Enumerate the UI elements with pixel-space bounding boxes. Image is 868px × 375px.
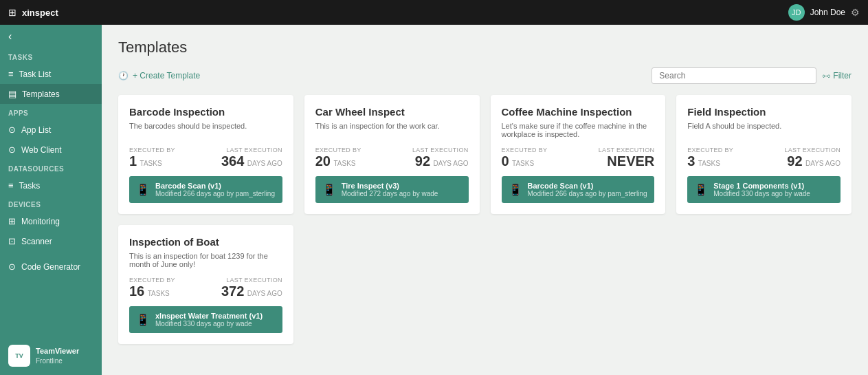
template-card-car-wheel-inspect[interactable]: Car Wheel Inspect This is an inspection … [304, 95, 480, 214]
executed-by-value: 0 TASKS [502, 153, 548, 169]
last-exec-stat: LAST EXECUTION 364 DAYS AGO [221, 147, 282, 169]
list-icon: ≡ [8, 69, 14, 79]
sidebar-item-monitoring[interactable]: ⊞ Monitoring [0, 211, 102, 231]
card-task-info: Stage 1 Components (v1) Modified 330 day… [713, 182, 810, 197]
sidebar-item-code-generator[interactable]: ⊙ Code Generator [0, 257, 102, 277]
sidebar-item-label: Tasks [19, 181, 41, 191]
create-icon: 🕐 [118, 71, 129, 81]
create-template-label: + Create Template [133, 71, 200, 81]
template-card-field-inspection[interactable]: Field Inspection Field A should be inspe… [676, 95, 852, 214]
sidebar-item-app-list[interactable]: ⊙ App List [0, 120, 102, 140]
sidebar-item-label: App List [21, 125, 51, 135]
last-exec-number: 92 [787, 153, 802, 169]
card-task-meta: Modified 272 days ago by wade [342, 190, 438, 197]
executed-by-unit: TASKS [140, 160, 162, 167]
page-title: Templates [118, 39, 852, 56]
card-stats: EXECUTED BY 16 TASKS LAST EXECUTION 372 … [129, 277, 282, 299]
last-exec-value: 92 DAYS AGO [412, 153, 469, 169]
sidebar: ‹ TASKS ≡ Task List ▤ Templates APPS ⊙ A… [0, 25, 102, 375]
filter-icon: ⧟ [822, 71, 830, 81]
executed-by-label: EXECUTED BY [315, 147, 361, 153]
ds-icon: ≡ [8, 180, 14, 191]
card-stats: EXECUTED BY 20 TASKS LAST EXECUTION 92 D… [315, 147, 469, 169]
executed-by-label: EXECUTED BY [129, 277, 175, 283]
last-exec-label: LAST EXECUTION [221, 147, 282, 153]
avatar: JD [788, 4, 805, 21]
card-title: Inspection of Boat [129, 236, 282, 248]
template-card-inspection-of-boat[interactable]: Inspection of Boat This is an inspection… [118, 225, 293, 344]
sidebar-item-web-client[interactable]: ⊙ Web Client [0, 140, 102, 160]
cards-grid-row1: Barcode Inspection The barcodes should b… [118, 95, 852, 214]
last-exec-number: NEVER [607, 153, 654, 169]
sidebar-item-label: Web Client [21, 145, 61, 155]
card-task-item[interactable]: 📱 Stage 1 Components (v1) Modified 330 d… [687, 176, 841, 203]
executed-by-label: EXECUTED BY [687, 147, 733, 153]
search-filter-area: ⧟ Filter [652, 67, 852, 84]
section-label-datasources: DATASOURCES [0, 160, 102, 175]
filter-button[interactable]: ⧟ Filter [822, 71, 852, 81]
card-task-item[interactable]: 📱 Barcode Scan (v1) Modified 266 days ag… [502, 176, 655, 203]
last-exec-stat: LAST EXECUTION 92 DAYS AGO [784, 147, 841, 169]
last-exec-stat: LAST EXECUTION NEVER [599, 147, 655, 169]
card-title: Coffee Machine Inspection [502, 106, 655, 118]
card-task-item[interactable]: 📱 Tire Inspect (v3) Modified 272 days ag… [315, 176, 469, 203]
sidebar-item-scanner[interactable]: ⊡ Scanner [0, 231, 102, 251]
executed-by-stat: EXECUTED BY 16 TASKS [129, 277, 175, 299]
card-task-info: Tire Inspect (v3) Modified 272 days ago … [342, 182, 438, 197]
sidebar-item-task-list[interactable]: ≡ Task List [0, 64, 102, 84]
last-exec-unit: DAYS AGO [247, 290, 282, 297]
last-exec-number: 92 [415, 153, 430, 169]
task-device-icon: 📱 [694, 183, 708, 196]
webclient-icon: ⊙ [8, 144, 16, 155]
executed-by-label: EXECUTED BY [502, 147, 548, 153]
last-exec-unit: DAYS AGO [805, 160, 841, 167]
settings-icon[interactable]: ⚙ [851, 7, 860, 18]
last-exec-value: 92 DAYS AGO [784, 153, 841, 169]
last-exec-stat: LAST EXECUTION 92 DAYS AGO [412, 147, 469, 169]
app-icon: ⊙ [8, 125, 16, 135]
card-description: This is an inspection for the work car. [315, 122, 469, 138]
card-task-meta: Modified 266 days ago by pam_sterling [528, 190, 647, 197]
section-label-devices: DEVICES [0, 195, 102, 211]
user-name: John Doe [810, 8, 845, 17]
task-device-icon: 📱 [136, 183, 150, 196]
card-task-name: Barcode Scan (v1) [528, 182, 647, 190]
sidebar-item-label: Templates [22, 89, 60, 99]
section-label-tasks: TASKS [0, 48, 102, 64]
executed-by-number: 16 [129, 283, 144, 299]
card-task-info: Barcode Scan (v1) Modified 266 days ago … [528, 182, 647, 197]
executed-by-stat: EXECUTED BY 1 TASKS [129, 147, 175, 169]
task-device-icon: 📱 [509, 183, 522, 196]
last-exec-value: 364 DAYS AGO [221, 153, 282, 169]
executed-by-value: 3 TASKS [687, 153, 733, 169]
grid-icon[interactable]: ⊞ [8, 7, 16, 18]
teamviewer-logo: TV [8, 345, 30, 367]
sidebar-item-tasks-ds[interactable]: ≡ Tasks [0, 175, 102, 195]
teamviewer-text: TeamViewer Frontline [36, 346, 79, 365]
main-layout: ‹ TASKS ≡ Task List ▤ Templates APPS ⊙ A… [0, 25, 868, 375]
card-task-name: xInspect Water Treatment (v1) [155, 312, 263, 320]
card-title: Field Inspection [687, 106, 841, 118]
sidebar-item-templates[interactable]: ▤ Templates [0, 84, 102, 104]
card-description: The barcodes should be inspected. [129, 122, 282, 138]
executed-by-number: 1 [129, 153, 137, 169]
card-task-meta: Modified 330 days ago by wade [155, 320, 263, 328]
executed-by-stat: EXECUTED BY 20 TASKS [315, 147, 361, 169]
executed-by-unit: TASKS [148, 290, 170, 297]
template-card-coffee-machine-inspection[interactable]: Coffee Machine Inspection Let's make sur… [491, 95, 666, 214]
executed-by-stat: EXECUTED BY 0 TASKS [502, 147, 548, 169]
card-title: Barcode Inspection [129, 106, 282, 118]
card-stats: EXECUTED BY 0 TASKS LAST EXECUTION NEVER [502, 147, 655, 169]
template-card-barcode-inspection[interactable]: Barcode Inspection The barcodes should b… [118, 95, 293, 214]
card-task-name: Stage 1 Components (v1) [713, 182, 810, 190]
card-task-item[interactable]: 📱 xInspect Water Treatment (v1) Modified… [129, 306, 282, 333]
card-task-item[interactable]: 📱 Barcode Scan (v1) Modified 266 days ag… [129, 176, 282, 203]
back-button[interactable]: ‹ [0, 25, 102, 48]
monitor-icon: ⊞ [8, 216, 16, 226]
create-template-button[interactable]: 🕐 + Create Template [118, 71, 200, 81]
search-input[interactable] [652, 67, 816, 84]
executed-by-value: 1 TASKS [129, 153, 175, 169]
executed-by-label: EXECUTED BY [129, 147, 175, 153]
card-task-info: xInspect Water Treatment (v1) Modified 3… [155, 312, 263, 328]
last-exec-label: LAST EXECUTION [221, 277, 282, 283]
